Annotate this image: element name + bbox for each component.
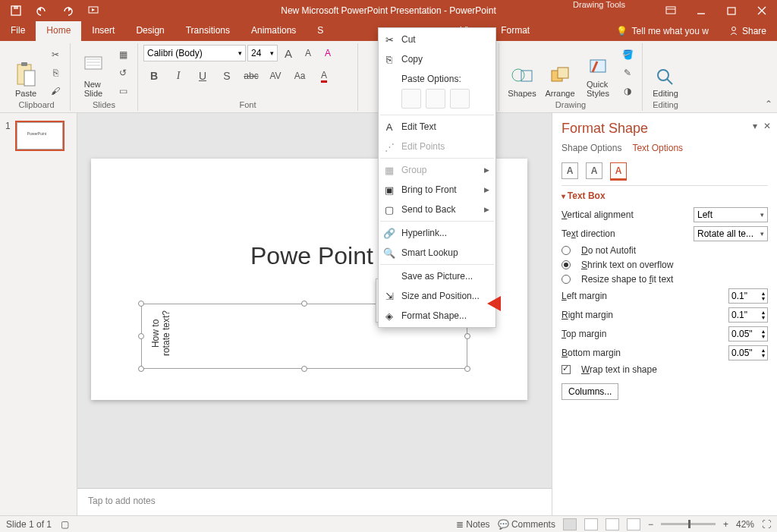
redo-button[interactable] — [56, 2, 79, 20]
comments-button[interactable]: 💬 Comments — [498, 519, 555, 530]
ctx-copy[interactable]: ⎘Copy — [379, 49, 495, 69]
ctx-format-shape[interactable]: ◈Format Shape... — [379, 306, 495, 326]
ribbon-display-options-button[interactable] — [656, 0, 686, 21]
tab-slideshow[interactable]: S — [307, 21, 334, 41]
text-options-tab[interactable]: Text Options — [632, 143, 683, 156]
slide-count: Slide 1 of 1 — [6, 519, 52, 530]
notes-button-label: Notes — [466, 519, 489, 530]
collapse-ribbon-button[interactable]: ⌃ — [765, 99, 772, 109]
font-color-button[interactable]: A — [315, 68, 333, 84]
normal-view-button[interactable] — [563, 518, 577, 530]
increase-font-button[interactable]: A — [279, 45, 297, 61]
arrange-button[interactable]: Arrange — [543, 45, 577, 98]
rmargin-input[interactable]: 0.1"▴▾ — [728, 307, 768, 323]
tell-me-search[interactable]: 💡 Tell me what you w — [607, 21, 718, 41]
tab-format[interactable]: Format — [490, 21, 540, 41]
shape-options-tab[interactable]: Shape Options — [562, 143, 621, 156]
autofit-resize-radio[interactable]: Resize shape to fit textResize shape to … — [562, 274, 768, 285]
paste-button[interactable]: Paste — [8, 45, 43, 98]
shape-effects-button[interactable]: ◑ — [618, 83, 637, 99]
tab-transitions[interactable]: Transitions — [175, 21, 241, 41]
tmargin-input[interactable]: 0.05"▴▾ — [728, 326, 768, 342]
underline-button[interactable]: U — [193, 68, 212, 84]
char-spacing-button[interactable]: AV — [266, 68, 285, 84]
reading-view-button[interactable] — [606, 518, 619, 530]
autofit-shrink-radio[interactable]: Shrink text on overflowShrink text on ov… — [562, 260, 768, 270]
ctx-smart-lookup[interactable]: 🔍Smart Lookup — [379, 243, 495, 263]
bold-button[interactable]: B — [145, 68, 163, 84]
ctx-edit-text[interactable]: AEdit Text — [379, 117, 495, 137]
font-size-select[interactable]: 24▾ — [247, 45, 278, 61]
sorter-view-button[interactable] — [584, 518, 598, 530]
notes-pane[interactable]: Tap to add notes — [77, 488, 552, 515]
pane-close-button[interactable]: ✕ — [763, 121, 771, 131]
share-label: Share — [742, 26, 766, 36]
decrease-font-button[interactable]: A — [299, 45, 317, 61]
ctx-cut[interactable]: ✂Cut — [379, 30, 495, 49]
save-button[interactable] — [5, 2, 27, 20]
tdir-select[interactable]: Rotate all te...▾ — [694, 226, 768, 241]
font-name-select[interactable]: Calibri (Body)▾ — [143, 45, 246, 61]
wrap-text-checkbox[interactable]: Wrap text in shapeWrap text in shape — [562, 364, 768, 375]
clear-formatting-button[interactable]: A — [319, 45, 337, 61]
reset-button[interactable]: ↺ — [114, 65, 132, 81]
thumbnail-1[interactable]: 1 PowerPoint — [5, 121, 71, 151]
new-slide-button[interactable]: New Slide — [76, 45, 111, 98]
ctx-paste-header: Paste Options: — [379, 69, 495, 87]
textbox-section-header[interactable]: Text Box — [562, 190, 768, 201]
zoom-in-button[interactable]: + — [723, 519, 728, 530]
copy-button[interactable]: ⎘ — [46, 65, 64, 81]
slideshow-view-button[interactable] — [627, 518, 640, 530]
maximize-button[interactable] — [716, 0, 747, 21]
ctx-save-picture[interactable]: Save as Picture... — [379, 266, 495, 286]
drawing-tools-label: Drawing Tools — [573, 0, 625, 9]
pane-options-button[interactable]: ▾ — [753, 121, 757, 131]
strikethrough-button[interactable]: abc — [242, 68, 260, 84]
text-effects-tab[interactable]: A — [586, 162, 602, 179]
fit-to-window-button[interactable]: ⛶ — [762, 519, 771, 530]
start-slideshow-button[interactable] — [82, 2, 105, 20]
autofit-none-radio[interactable]: Do not AutofitDo not Autofit — [562, 245, 768, 256]
tab-home[interactable]: Home — [36, 21, 81, 41]
layout-button[interactable]: ▦ — [114, 46, 132, 63]
change-case-button[interactable]: Aa — [291, 68, 309, 84]
ctx-send-back[interactable]: ▢Send to Back▶ — [379, 200, 495, 219]
spell-check-icon[interactable]: ▢ — [61, 519, 69, 530]
close-button[interactable] — [747, 0, 777, 21]
columns-button[interactable]: Columns... — [562, 383, 618, 400]
tab-animations[interactable]: Animations — [241, 21, 307, 41]
ctx-size-position[interactable]: ⇲Size and Position... — [379, 286, 495, 306]
tab-file[interactable]: File — [0, 21, 36, 41]
italic-button[interactable]: I — [169, 68, 187, 84]
format-painter-button[interactable]: 🖌 — [46, 83, 64, 99]
lmargin-input[interactable]: 0.1"▴▾ — [728, 288, 768, 304]
shape-fill-button[interactable]: 🪣 — [618, 46, 637, 63]
notes-button[interactable]: ≣ Notes — [456, 519, 490, 530]
text-fill-outline-tab[interactable]: A — [562, 162, 578, 179]
section-button[interactable]: ▭ — [114, 83, 132, 99]
shape-outline-button[interactable]: ✎ — [618, 65, 637, 81]
valign-select[interactable]: Left▾ — [694, 207, 768, 222]
paste-opt-1[interactable] — [401, 89, 421, 109]
share-button[interactable]: Share — [718, 21, 777, 41]
ctx-bring-front[interactable]: ▣Bring to Front▶ — [379, 180, 495, 200]
zoom-out-button[interactable]: − — [648, 519, 653, 530]
rotated-text: How to rotate text? — [150, 310, 171, 356]
quick-styles-button[interactable]: Quick Styles — [580, 45, 615, 98]
ctx-hyperlink[interactable]: 🔗Hyperlink... — [379, 223, 495, 243]
zoom-slider[interactable] — [661, 523, 716, 525]
paste-opt-3[interactable] — [450, 89, 470, 109]
paste-opt-2[interactable] — [426, 89, 445, 109]
shapes-button[interactable]: Shapes — [505, 45, 539, 98]
bmargin-input[interactable]: 0.05"▴▾ — [728, 345, 768, 360]
zoom-level[interactable]: 42% — [736, 519, 754, 530]
cut-button[interactable]: ✂ — [46, 46, 64, 63]
shadow-button[interactable]: S — [218, 68, 236, 84]
tab-design[interactable]: Design — [125, 21, 175, 41]
tab-insert[interactable]: Insert — [81, 21, 125, 41]
undo-button[interactable] — [30, 2, 53, 20]
slides-label: Slides — [76, 100, 132, 111]
editing-button[interactable]: Editing — [648, 45, 683, 98]
minimize-button[interactable] — [686, 0, 716, 21]
textbox-tab[interactable]: A — [610, 162, 627, 179]
